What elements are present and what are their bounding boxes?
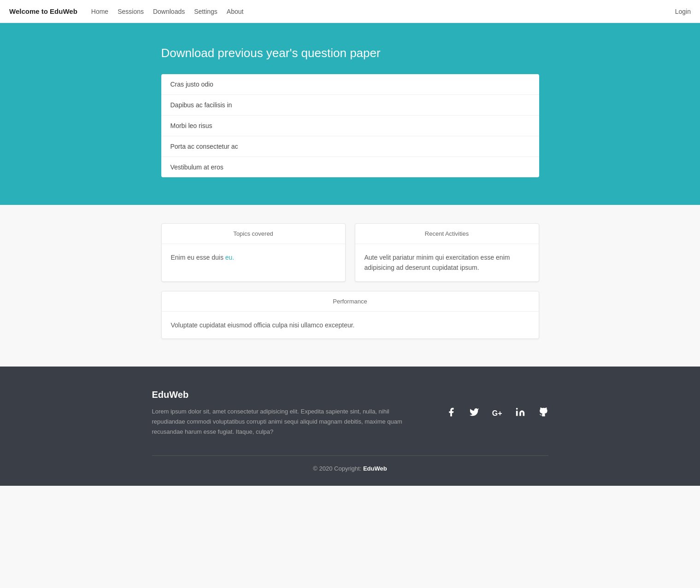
navbar: Welcome to EduWeb Home Sessions Download…	[0, 0, 700, 23]
linkedin-icon[interactable]	[515, 407, 525, 420]
download-item-5[interactable]: Vestibulum at eros	[161, 157, 539, 177]
github-icon[interactable]	[538, 407, 548, 420]
footer-top: EduWeb Lorem ipsum dolor sit, amet conse…	[152, 390, 548, 437]
navbar-nav: Home Sessions Downloads Settings About	[91, 8, 675, 15]
svg-rect-0	[516, 411, 518, 416]
topics-body-text: Enim eu esse duis	[171, 254, 225, 261]
topics-card-header: Topics covered	[162, 224, 345, 244]
hero-section: Download previous year's question paper …	[0, 23, 700, 205]
main-content: Topics covered Enim eu esse duis eu. Rec…	[152, 205, 548, 367]
nav-item-settings[interactable]: Settings	[194, 8, 218, 15]
nav-item-about[interactable]: About	[227, 8, 244, 15]
download-item-4[interactable]: Porta ac consectetur ac	[161, 136, 539, 157]
performance-card-body: Voluptate cupidatat eiusmod officia culp…	[162, 312, 539, 338]
twitter-icon[interactable]	[469, 407, 479, 420]
footer: EduWeb Lorem ipsum dolor sit, amet conse…	[0, 367, 700, 486]
footer-description: Lorem ipsum dolor sit, amet consectetur …	[152, 407, 418, 437]
nav-item-home[interactable]: Home	[91, 8, 108, 15]
download-item-1[interactable]: Cras justo odio	[161, 74, 539, 95]
topics-card: Topics covered Enim eu esse duis eu.	[161, 223, 346, 282]
footer-bottom: © 2020 Copyright: EduWeb	[152, 455, 548, 472]
footer-brand-section: EduWeb Lorem ipsum dolor sit, amet conse…	[152, 390, 418, 437]
topics-link[interactable]: eu.	[225, 254, 234, 261]
nav-item-sessions[interactable]: Sessions	[118, 8, 144, 15]
navbar-brand: Welcome to EduWeb	[9, 7, 77, 15]
svg-point-1	[516, 408, 518, 410]
activities-card-header: Recent Activities	[355, 224, 539, 244]
footer-brand-name: EduWeb	[152, 390, 418, 400]
activities-card: Recent Activities Aute velit pariatur mi…	[355, 223, 539, 282]
footer-social: G+	[446, 390, 548, 437]
cards-row-top: Topics covered Enim eu esse duis eu. Rec…	[161, 223, 539, 282]
footer-copyright-brand: EduWeb	[363, 465, 387, 472]
activities-card-body: Aute velit pariatur minim qui exercitati…	[355, 244, 539, 281]
download-item-3[interactable]: Morbi leo risus	[161, 116, 539, 136]
topics-card-body: Enim eu esse duis eu.	[162, 244, 345, 271]
nav-item-downloads[interactable]: Downloads	[153, 8, 185, 15]
performance-card: Performance Voluptate cupidatat eiusmod …	[161, 291, 539, 339]
facebook-icon[interactable]	[446, 407, 456, 420]
download-item-2[interactable]: Dapibus ac facilisis in	[161, 95, 539, 116]
download-list: Cras justo odio Dapibus ac facilisis in …	[161, 74, 539, 177]
footer-copyright-text: © 2020 Copyright:	[313, 465, 363, 472]
performance-card-header: Performance	[162, 291, 539, 312]
googleplus-icon[interactable]: G+	[492, 409, 502, 418]
login-button[interactable]: Login	[675, 8, 691, 15]
hero-title: Download previous year's question paper	[161, 46, 539, 60]
